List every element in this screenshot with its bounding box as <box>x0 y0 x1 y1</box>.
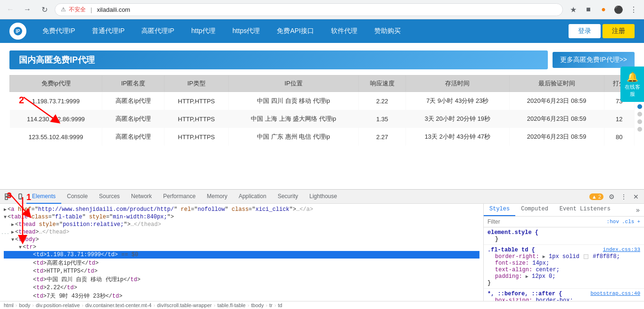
nav-normal-proxy[interactable]: 普通代理IP <box>83 19 133 43</box>
status-tbody[interactable]: tbody <box>251 302 264 308</box>
dom-line-8[interactable]: <td>高匿名ip代理</td> <box>4 259 479 267</box>
devtools-tab-memory[interactable]: Memory <box>201 190 233 204</box>
cell-0-0: 1.198.73.71:9999 <box>10 92 102 110</box>
cell-1-5: 3天 20小时 20分钟 19秒 <box>406 110 510 128</box>
menu-button[interactable]: ⋮ <box>627 3 640 16</box>
devtools-inspect-btn[interactable] <box>2 191 14 203</box>
dot-2 <box>637 112 642 117</box>
devtools-tab-lighthouse[interactable]: Lighthouse <box>304 190 343 204</box>
dom-line-11[interactable]: <td>2.22</td> <box>4 284 479 292</box>
nav-free-proxy[interactable]: 免费代理IP <box>34 19 83 43</box>
svg-text:IP: IP <box>16 29 20 34</box>
styles-expand-btn[interactable]: » <box>632 204 644 216</box>
status-table[interactable]: table.fl-table <box>217 302 246 308</box>
table-row[interactable]: 114.230.122.86:9999高匿名ip代理HTTP,HTTPS中国 上… <box>10 110 635 128</box>
filter-plus[interactable]: + <box>637 219 640 225</box>
status-td[interactable]: td <box>278 302 282 308</box>
nav-api[interactable]: 免费API接口 <box>268 19 322 43</box>
address-bar[interactable]: ⚠ 不安全 | xiladaili.com <box>55 3 563 16</box>
dom-line-7-selected[interactable]: <td>1.198.73.71:9999</td> == $0 <box>4 251 479 259</box>
dom-line-2[interactable]: ▼ <table class="fl-table" style="min-wid… <box>4 213 479 221</box>
url-text: xiladaili.com <box>97 6 557 13</box>
cell-0-6: 2020年6月23日 08:59 <box>509 92 604 110</box>
register-button[interactable]: 注册 <box>603 24 635 38</box>
status-body[interactable]: body <box>19 302 30 308</box>
devtools-more-btn[interactable]: ⋮ <box>618 191 630 203</box>
bookmark-button[interactable]: ★ <box>567 3 580 16</box>
back-button[interactable]: ← <box>4 3 17 16</box>
css-prop-text-align: text-align: center; <box>487 267 640 273</box>
devtools-tab-application[interactable]: Application <box>233 190 272 204</box>
status-div-scroll[interactable]: div#scroll.table-wrapper <box>157 302 212 308</box>
dom-line-10[interactable]: <td>中国 四川 自贡 移动 代理ip</td> <box>4 275 479 284</box>
forward-button[interactable]: → <box>21 3 34 16</box>
style-tab-event-listeners[interactable]: Event Listeners <box>554 204 616 216</box>
dom-line-3[interactable]: ▶ <thead style="position:relative;">…</t… <box>4 221 479 228</box>
nav-items: 免费代理IP 普通代理IP 高匿代理IP http代理 https代理 免费AP… <box>34 19 567 43</box>
dom-line-4[interactable]: ▶ <thead>…</thead> <box>4 228 479 236</box>
toggle-arrow-3[interactable]: ▶ <box>11 222 14 227</box>
profile-button[interactable]: ⚫ <box>612 3 625 16</box>
cell-0-1: 高匿名ip代理 <box>102 92 165 110</box>
nav-high-proxy[interactable]: 高匿代理IP <box>133 19 182 43</box>
toggle-arrow-5[interactable]: ▼ <box>11 237 14 242</box>
devtools-tab-performance[interactable]: Performance <box>157 190 201 204</box>
toggle-arrow-4[interactable]: ▶ <box>11 229 14 235</box>
toggle-arrow-6[interactable]: ▼ <box>19 245 22 250</box>
cell-2-0: 123.55.102.48:9999 <box>10 128 102 146</box>
toggle-arrow[interactable]: ▶ <box>4 207 7 212</box>
cell-1-7: 12 <box>604 110 634 128</box>
css-block-fl-table: .fl-table td { index.css:33 border-right… <box>484 245 644 289</box>
css-source-3[interactable]: bootstrap.css:40 <box>590 291 640 297</box>
styles-filter-input[interactable] <box>487 218 604 225</box>
col-speed: 响应速度 <box>359 75 406 92</box>
css-prop-font-size: font-size: 14px; <box>487 260 640 267</box>
table-row[interactable]: 123.55.102.48:9999高匿名ip代理HTTP,HTTPS中国 广东… <box>10 128 635 146</box>
devtools-tab-elements[interactable]: Elements <box>26 190 61 204</box>
table-title: 国内高匿免费IP代理 <box>9 50 548 69</box>
dom-line-9[interactable]: <td>HTTP,HTTPS</td> <box>4 267 479 275</box>
css-selector-3: *, ::before, ::after { <box>487 291 562 297</box>
devtools-close-btn[interactable]: ✕ <box>630 191 642 203</box>
devtools-settings-btn[interactable]: ⚙ <box>605 191 618 203</box>
status-tr[interactable]: tr <box>269 302 272 308</box>
cell-0-5: 7天 9小时 43分钟 23秒 <box>406 92 510 110</box>
login-button[interactable]: 登录 <box>569 24 601 38</box>
nav-http-proxy[interactable]: http代理 <box>183 19 224 43</box>
status-div-container[interactable]: div.container.text-center.mt-4 <box>85 302 151 308</box>
filter-hov[interactable]: :hov <box>607 219 619 225</box>
css-source-2[interactable]: index.css:33 <box>603 247 640 253</box>
css-prop-box-sizing: box-sizing: border-box; <box>487 297 640 301</box>
filter-cls[interactable]: .cls <box>622 219 634 225</box>
status-html[interactable]: html <box>4 302 14 308</box>
table-row[interactable]: 1.198.73.71:9999高匿名ip代理HTTP,HTTPS中国 四川 自… <box>10 92 635 110</box>
nav-sponsor[interactable]: 赞助购买 <box>366 19 409 43</box>
dom-panel: ▶ <a href="http://www.shenjidaili.com/pr… <box>0 204 484 301</box>
devtools-mobile-btn[interactable] <box>14 191 26 203</box>
dom-line-12[interactable]: <td>7天 9时 43分钟 23秒</td> <box>4 292 479 301</box>
dom-line-1[interactable]: ▶ <a href="http://www.shenjidaili.com/pr… <box>4 206 479 213</box>
divider: | <box>91 6 92 13</box>
browser-actions: ★ ■ ● ⚫ ⋮ <box>567 3 640 16</box>
more-link[interactable]: 更多高匿免费IP代理>> <box>553 52 635 68</box>
refresh-button[interactable]: ↻ <box>38 3 51 16</box>
extension2-button[interactable]: ● <box>597 3 610 16</box>
css-close-brace-2: } <box>487 280 491 286</box>
devtools-tab-network[interactable]: Network <box>125 190 157 204</box>
status-div-position[interactable]: div.position-relative <box>36 302 80 308</box>
devtools-tab-console[interactable]: Console <box>61 190 93 204</box>
nav-https-proxy[interactable]: https代理 <box>224 19 268 43</box>
dom-line-6[interactable]: ▼ <tr> <box>4 243 479 251</box>
devtools-tab-security[interactable]: Security <box>272 190 304 204</box>
style-tab-computed[interactable]: Computed <box>515 204 554 216</box>
nav-software[interactable]: 软件代理 <box>322 19 366 43</box>
side-float-button[interactable]: 🔔 在线客服 <box>620 67 644 102</box>
devtools-tab-sources[interactable]: Sources <box>93 190 125 204</box>
style-tab-styles[interactable]: Styles <box>484 204 515 216</box>
extension1-button[interactable]: ■ <box>582 3 595 16</box>
dom-line-5[interactable]: ▼ <tbody> <box>4 236 479 243</box>
page-content: IP 免费代理IP 普通代理IP 高匿代理IP http代理 https代理 免… <box>0 19 644 189</box>
col-location: IP位置 <box>229 75 359 92</box>
cell-2-6: 2020年6月23日 08:59 <box>509 128 604 146</box>
toggle-arrow-2[interactable]: ▼ <box>4 215 7 220</box>
